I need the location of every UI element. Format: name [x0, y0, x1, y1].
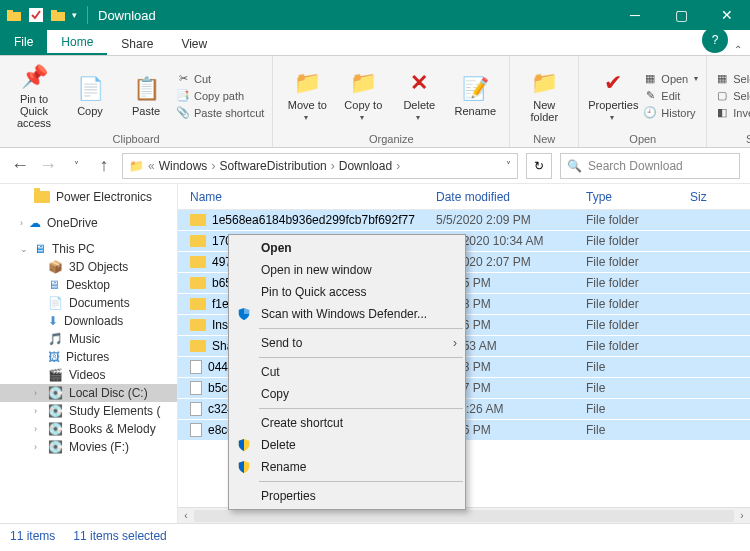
copy-icon: 📄: [76, 75, 104, 103]
view-tab[interactable]: View: [167, 33, 221, 55]
checkbox-icon[interactable]: [28, 7, 44, 23]
folder-icon: 📁: [129, 159, 144, 173]
file-icon: [190, 360, 202, 374]
sidebar-item[interactable]: 📦3D Objects: [0, 258, 177, 276]
file-type: File: [586, 423, 690, 437]
collapse-ribbon-icon[interactable]: ⌃: [734, 44, 742, 55]
drive-icon: 💽: [48, 440, 63, 454]
select-none-button[interactable]: ▢Select none: [715, 89, 750, 103]
ctx-send-to[interactable]: Send to›: [229, 332, 465, 354]
ctx-new-window[interactable]: Open in new window: [229, 259, 465, 281]
paste-button[interactable]: 📋Paste: [120, 75, 172, 117]
sidebar-item[interactable]: ›💽Local Disc (C:): [0, 384, 177, 402]
column-date[interactable]: Date modified: [436, 190, 586, 204]
home-tab[interactable]: Home: [47, 31, 107, 55]
selectall-icon: ▦: [715, 72, 729, 86]
copy-to-button[interactable]: 📁Copy to▾: [337, 69, 389, 122]
svg-rect-3: [51, 12, 65, 21]
sidebar-item[interactable]: 🎬Videos: [0, 366, 177, 384]
window-title: Download: [98, 8, 156, 23]
context-menu: Open Open in new window Pin to Quick acc…: [228, 234, 466, 510]
breadcrumb-item[interactable]: Windows: [159, 159, 208, 173]
qat-chevron-icon[interactable]: ▾: [72, 10, 77, 20]
select-all-button[interactable]: ▦Select all: [715, 72, 750, 86]
cut-button[interactable]: ✂Cut: [176, 72, 264, 86]
sidebar-onedrive[interactable]: ›☁OneDrive: [0, 214, 177, 232]
refresh-button[interactable]: ↻: [526, 153, 552, 179]
breadcrumb[interactable]: 📁 « Windows› SoftwareDistribution› Downl…: [122, 153, 518, 179]
sidebar-item[interactable]: ›💽Movies (F:): [0, 438, 177, 456]
ctx-open[interactable]: Open: [229, 237, 465, 259]
sidebar-item[interactable]: 🖼Pictures: [0, 348, 177, 366]
history-button[interactable]: 🕘History: [643, 106, 698, 120]
invert-selection-button[interactable]: ◧Invert selection: [715, 106, 750, 120]
file-name: 1e568ea6184b936ed299fcb7bf692f77: [212, 213, 415, 227]
ctx-create-shortcut[interactable]: Create shortcut: [229, 412, 465, 434]
table-row[interactable]: 1e568ea6184b936ed299fcb7bf692f775/5/2020…: [178, 210, 750, 231]
sidebar-item[interactable]: 📄Documents: [0, 294, 177, 312]
sidebar-item[interactable]: 🖥Desktop: [0, 276, 177, 294]
svg-rect-4: [51, 10, 57, 13]
move-to-button[interactable]: 📁Move to▾: [281, 69, 333, 122]
shield-icon: [235, 458, 253, 476]
breadcrumb-item[interactable]: Download: [339, 159, 392, 173]
properties-button[interactable]: ✔Properties▾: [587, 69, 639, 122]
ctx-copy[interactable]: Copy: [229, 383, 465, 405]
open-button[interactable]: ▦Open▾: [643, 72, 698, 86]
forward-button[interactable]: →: [38, 155, 58, 176]
rename-button[interactable]: 📝Rename: [449, 75, 501, 117]
organize-group-label: Organize: [281, 131, 501, 145]
sidebar-thispc[interactable]: ⌄🖥This PC: [0, 240, 177, 258]
paste-shortcut-button[interactable]: 📎Paste shortcut: [176, 106, 264, 120]
copy-path-button[interactable]: 📑Copy path: [176, 89, 264, 103]
edit-button[interactable]: ✎Edit: [643, 89, 698, 103]
file-tab[interactable]: File: [0, 29, 47, 55]
up-button[interactable]: ↑: [94, 155, 114, 176]
breadcrumb-item[interactable]: SoftwareDistribution: [219, 159, 326, 173]
ctx-cut[interactable]: Cut: [229, 361, 465, 383]
ctx-pin[interactable]: Pin to Quick access: [229, 281, 465, 303]
copyto-icon: 📁: [349, 69, 377, 97]
chevron-icon: ›: [34, 388, 42, 398]
new-folder-button[interactable]: 📁New folder: [518, 69, 570, 123]
back-button[interactable]: ←: [10, 155, 30, 176]
delete-button[interactable]: ✕Delete▾: [393, 69, 445, 122]
folder-icon: [190, 319, 206, 331]
file-type: File folder: [586, 213, 690, 227]
search-input[interactable]: 🔍 Search Download: [560, 153, 740, 179]
navigation-pane: Power Electronics ›☁OneDrive ⌄🖥This PC 📦…: [0, 184, 178, 523]
pin-quick-access-button[interactable]: 📌Pin to Quick access: [8, 63, 60, 129]
column-type[interactable]: Type: [586, 190, 690, 204]
check-icon: ✔: [599, 69, 627, 97]
sidebar-item[interactable]: ›💽Study Elements (: [0, 402, 177, 420]
shield-icon: [235, 436, 253, 454]
column-size[interactable]: Siz: [690, 190, 707, 204]
sidebar-item[interactable]: 🎵Music: [0, 330, 177, 348]
folder-icon: [190, 340, 206, 352]
maximize-button[interactable]: ▢: [658, 0, 704, 30]
open-group-label: Open: [587, 131, 698, 145]
share-tab[interactable]: Share: [107, 33, 167, 55]
sidebar-item[interactable]: ›💽Books & Melody: [0, 420, 177, 438]
ctx-delete[interactable]: Delete: [229, 434, 465, 456]
copy-button[interactable]: 📄Copy: [64, 75, 116, 117]
ctx-properties[interactable]: Properties: [229, 485, 465, 507]
sidebar-item[interactable]: ⬇Downloads: [0, 312, 177, 330]
drive-icon: 💽: [48, 386, 63, 400]
column-name[interactable]: Name: [178, 190, 436, 204]
minimize-button[interactable]: ─: [612, 0, 658, 30]
invert-icon: ◧: [715, 106, 729, 120]
folder-icon: [190, 277, 206, 289]
file-icon: [190, 423, 202, 437]
pin-icon: 📌: [20, 63, 48, 91]
recent-dropdown[interactable]: ˅: [66, 160, 86, 171]
open-icon: ▦: [643, 72, 657, 86]
file-icon: [190, 402, 202, 416]
help-button[interactable]: ?: [702, 27, 728, 53]
ctx-defender[interactable]: Scan with Windows Defender...: [229, 303, 465, 325]
sidebar-item[interactable]: Power Electronics: [0, 188, 177, 206]
ctx-rename[interactable]: Rename: [229, 456, 465, 478]
close-button[interactable]: ✕: [704, 0, 750, 30]
address-dropdown-icon[interactable]: ˅: [506, 160, 511, 171]
chevron-icon: ›: [34, 406, 42, 416]
